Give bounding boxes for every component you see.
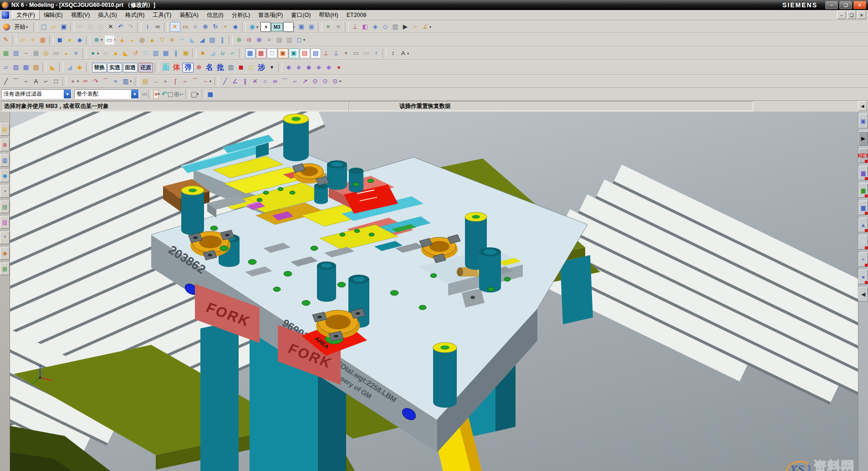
constraint-corner-icon[interactable]: ⌐	[291, 77, 300, 86]
counter-hole-icon[interactable]: ◎	[41, 49, 51, 58]
redo-icon[interactable]: ↷	[126, 22, 136, 31]
bend-icon[interactable]: ◢	[65, 63, 75, 72]
extrude-icon[interactable]: ▲	[117, 36, 127, 45]
datum-display-icon[interactable]: ⊥	[351, 22, 360, 31]
arc-curve-icon[interactable]: ⌒	[191, 77, 200, 86]
mdi-minimize-button[interactable]: –	[837, 11, 846, 19]
constraint-circle-arrow-icon[interactable]: ⊙	[321, 77, 330, 86]
text-icon[interactable]: A	[31, 77, 41, 86]
mate-component-icon[interactable]: ◆	[324, 63, 334, 72]
new-window-icon[interactable]: ▣	[297, 22, 306, 31]
anchor-icon[interactable]: ⌖	[342, 49, 351, 58]
body-button[interactable]: 体	[172, 63, 182, 72]
snapshot-icon[interactable]: ▥	[391, 22, 400, 31]
j-curve-icon[interactable]: ∫	[171, 77, 180, 86]
hole-icon[interactable]: ◎	[138, 36, 147, 45]
pin-red-icon[interactable]: ⊥	[322, 49, 331, 58]
mirror-feature-icon[interactable]: ▥	[11, 49, 21, 58]
constraint-arrow-icon[interactable]: ↗	[301, 77, 310, 86]
web-browser-icon[interactable]: ◉	[0, 169, 10, 182]
view-box-icon[interactable]: □	[267, 48, 277, 58]
cut-icon[interactable]: ✂	[76, 22, 86, 31]
float-panel-icon[interactable]: ▣	[858, 114, 868, 128]
menu-item-编辑(E)[interactable]: 编辑(E)	[40, 11, 67, 19]
sphere-icon[interactable]: ●	[88, 49, 98, 58]
chamfer-icon[interactable]: ◢	[198, 36, 207, 45]
involve-button[interactable]: 涉	[256, 63, 266, 72]
constraint-navigator-icon[interactable]: ⊕	[0, 138, 10, 151]
menu-item-信息(I)[interactable]: 信息(I)	[203, 11, 228, 19]
rib-array-icon[interactable]: ▦	[161, 49, 171, 58]
constraint-circle-icon[interactable]: ○	[260, 77, 270, 86]
blue-arrow-icon[interactable]: ↑	[372, 49, 381, 58]
v-cut-icon[interactable]: ▽	[141, 49, 151, 58]
save-icon[interactable]: ▣	[59, 22, 69, 31]
history-icon[interactable]: ◔	[0, 185, 10, 198]
sheet-body-icon[interactable]: ▱	[101, 49, 111, 58]
edit-object-display-icon[interactable]: ◧	[361, 22, 370, 31]
revolve-icon[interactable]: ◒	[128, 36, 137, 45]
more-options-icon[interactable]: ▾	[267, 63, 277, 72]
calendar-blue-icon[interactable]: ▤	[311, 48, 321, 58]
zoom-in-out-icon[interactable]: ⊕	[201, 22, 210, 31]
offset-face-icon[interactable]: ▥	[285, 36, 294, 45]
constraint-parallel-icon[interactable]: ∥	[240, 77, 250, 86]
profile-icon[interactable]: ⌐	[41, 77, 51, 86]
menu-item-首选项(P)[interactable]: 首选项(P)	[254, 11, 287, 19]
cube-icon[interactable]: ◆	[75, 36, 85, 45]
bracket-blue-part-icon[interactable]: ●	[858, 270, 868, 284]
slot-icon[interactable]: ▭	[51, 49, 61, 58]
flat-gray-icon[interactable]: ▭	[352, 49, 361, 58]
offset-curve-icon[interactable]: ≈	[111, 77, 121, 86]
mdi-close-button[interactable]: ✕	[857, 11, 866, 19]
key-part-icon[interactable]: KEY	[858, 148, 868, 163]
measure-distance-icon[interactable]: ⌐	[411, 22, 420, 31]
punch-white-part-icon[interactable]: ▽	[858, 235, 868, 250]
orient-view-icon[interactable]: ◈	[371, 22, 380, 31]
find-gray-icon[interactable]: ∞	[142, 90, 147, 98]
swept-icon[interactable]: ▧	[31, 63, 41, 72]
groove-icon[interactable]: ◒	[61, 49, 71, 58]
shaded-icon[interactable]: ◑	[260, 22, 271, 32]
ghost-cube-icon[interactable]: ◻	[168, 90, 174, 98]
constraint-line-icon[interactable]: ╱	[220, 77, 230, 86]
reuse-library-expand-icon[interactable]: ▶	[858, 131, 868, 146]
sweep-icon[interactable]: ~	[21, 49, 31, 58]
menu-item-工具(T)[interactable]: 工具(T)	[148, 11, 175, 19]
fit-view-icon[interactable]: ✕	[170, 22, 180, 32]
cross-curve-icon[interactable]: +	[161, 77, 170, 86]
block-icon[interactable]: ◼	[55, 36, 65, 45]
bridge-curve-icon[interactable]: →	[151, 77, 160, 86]
pan-icon[interactable]: +	[221, 22, 230, 31]
quick-trim-icon[interactable]: ✂	[81, 77, 91, 86]
maximize-button[interactable]: ❏	[839, 1, 852, 9]
yellow-cube-icon[interactable]: ◻	[246, 63, 256, 72]
mdi-restore-button[interactable]: ❏	[847, 11, 856, 19]
collapse-arrow-icon[interactable]: ◀	[858, 287, 868, 302]
flat-gray2-icon[interactable]: ▭	[362, 49, 371, 58]
paste-icon[interactable]: ▤	[96, 22, 106, 31]
layer-visible-icon[interactable]: ≡	[334, 22, 343, 31]
subtract-icon[interactable]: ⊖	[245, 36, 254, 45]
zoom-box-icon[interactable]: ▭	[181, 22, 190, 31]
spring-button[interactable]: 弹	[183, 63, 194, 72]
red-cube-icon[interactable]: ◼	[236, 63, 246, 72]
boss-icon[interactable]: ▲	[148, 36, 157, 45]
preview-cube-icon[interactable]: ◼	[207, 90, 213, 98]
menu-item-视图(V)[interactable]: 视图(V)	[67, 11, 94, 19]
pin-blue-icon[interactable]: ⊥	[332, 49, 341, 58]
scenario-image-icon[interactable]: ▦	[0, 262, 10, 275]
selection-scope-combo[interactable]: 整个装配▼	[74, 89, 139, 99]
minimize-button[interactable]: –	[825, 1, 838, 9]
pipe-icon[interactable]: ∪	[218, 49, 228, 58]
instance-feature-icon[interactable]: ▦	[1, 49, 11, 58]
undo-icon[interactable]: ↶	[116, 22, 126, 31]
wave-geometry-icon[interactable]: ▦	[256, 48, 266, 58]
select-component-icon[interactable]: ◆	[304, 63, 314, 72]
graphics-window[interactable]: 203862 96901504 TOtal.wgt:2258.LBM prppe…	[10, 112, 858, 471]
pattern-curve-icon[interactable]: ▥	[121, 77, 131, 86]
constraint-cross-icon[interactable]: ✕	[250, 77, 260, 86]
menu-item-分析(L)[interactable]: 分析(L)	[228, 11, 254, 19]
pad-icon[interactable]: ■	[168, 36, 177, 45]
snap-point-icon-dropdown[interactable]: ▾	[158, 92, 161, 96]
